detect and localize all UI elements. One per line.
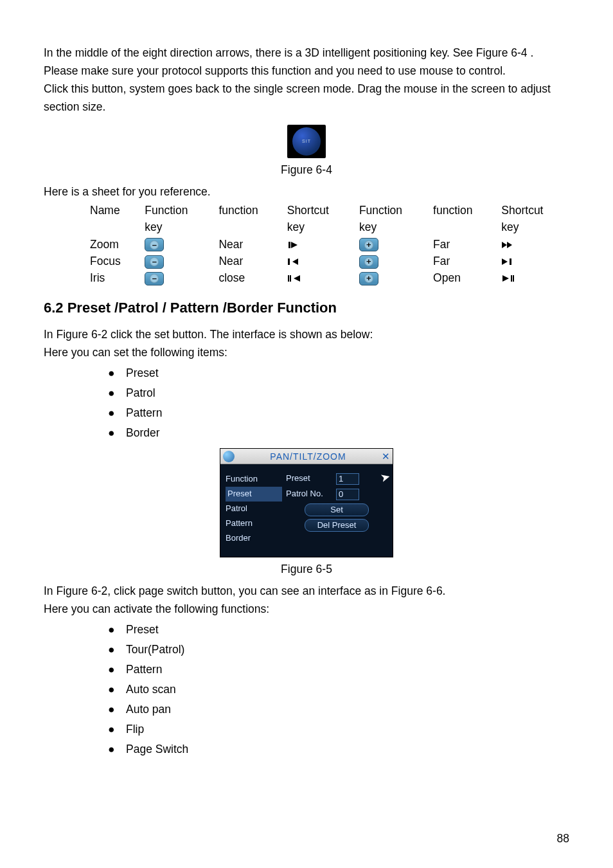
list-item: Auto pan bbox=[108, 700, 569, 718]
col-header: Shortcut key bbox=[285, 202, 357, 236]
iris-close-icon bbox=[287, 271, 303, 284]
table-row: Zoom Near Far bbox=[87, 236, 571, 253]
svg-marker-3 bbox=[507, 242, 512, 248]
ptz-dialog: PAN/TILT/ZOOM ✕ Function Preset Patrol P… bbox=[220, 448, 393, 557]
svg-marker-5 bbox=[292, 258, 298, 265]
svg-rect-7 bbox=[510, 258, 511, 265]
figure-caption-6-5: Figure 6-5 bbox=[44, 560, 569, 578]
list-item: Border bbox=[108, 424, 569, 442]
bullet-list: Preset Tour(Patrol) Pattern Auto scan Au… bbox=[108, 620, 569, 758]
preset-input[interactable] bbox=[336, 473, 359, 485]
paragraph: Here you can set the following items: bbox=[44, 343, 569, 361]
svg-rect-12 bbox=[511, 275, 512, 282]
intro-paragraph: In the middle of the eight direction arr… bbox=[44, 44, 569, 80]
svg-rect-13 bbox=[513, 275, 514, 282]
function-item-border[interactable]: Border bbox=[226, 531, 282, 546]
list-item: Preset bbox=[108, 620, 569, 638]
ptz-function-list: Function Preset Patrol Pattern Border bbox=[226, 472, 282, 545]
row-fn2: Far bbox=[431, 236, 499, 253]
function-item-preset[interactable]: Preset bbox=[226, 487, 282, 502]
plus-icon[interactable] bbox=[359, 272, 378, 285]
function-item-patrol[interactable]: Patrol bbox=[226, 502, 282, 516]
zoom-near-icon bbox=[287, 238, 299, 251]
row-fn1: Near bbox=[216, 253, 284, 269]
sit-label: SIT bbox=[292, 127, 321, 156]
row-name: Iris bbox=[87, 269, 142, 286]
section-title-6-2: 6.2 Preset /Patrol / Pattern /Border Fun… bbox=[44, 296, 569, 319]
del-preset-button[interactable]: Del Preset bbox=[305, 519, 369, 532]
list-item: Flip bbox=[108, 720, 569, 738]
function-heading: Function bbox=[226, 472, 282, 487]
paragraph: In Figure 6-2 click the set button. The … bbox=[44, 325, 569, 343]
ptz-logo-icon bbox=[223, 451, 235, 462]
plus-icon[interactable] bbox=[359, 255, 378, 269]
svg-rect-4 bbox=[288, 258, 290, 265]
patrol-no-input[interactable] bbox=[336, 489, 359, 500]
zoom-far-icon bbox=[501, 238, 514, 251]
page-number: 88 bbox=[557, 829, 569, 847]
row-fn1: close bbox=[216, 269, 284, 286]
list-item: Tour(Patrol) bbox=[108, 640, 569, 658]
minus-icon[interactable] bbox=[145, 238, 164, 251]
col-header: Function key bbox=[357, 202, 431, 236]
svg-marker-1 bbox=[291, 242, 298, 248]
sheet-reference-text: Here is a sheet for you reference. bbox=[44, 183, 569, 201]
minus-icon[interactable] bbox=[145, 272, 164, 285]
bullet-list: Preset Patrol Pattern Border bbox=[108, 364, 569, 442]
col-header: Function key bbox=[142, 202, 216, 236]
list-item: Patrol bbox=[108, 384, 569, 402]
table-row: Focus Near Far bbox=[87, 253, 571, 269]
figure-caption-6-4: Figure 6-4 bbox=[44, 161, 569, 179]
col-header: Shortcut key bbox=[499, 202, 571, 236]
svg-rect-0 bbox=[289, 242, 290, 248]
svg-rect-9 bbox=[290, 275, 291, 282]
row-name: Zoom bbox=[87, 236, 142, 253]
col-header: function bbox=[431, 202, 499, 236]
minus-icon[interactable] bbox=[145, 255, 164, 269]
col-header: Name bbox=[87, 202, 142, 236]
table-row: Iris close Open bbox=[87, 269, 571, 286]
reference-table: Name Function key function Shortcut key … bbox=[87, 202, 571, 286]
focus-far-icon bbox=[501, 255, 514, 267]
col-header: function bbox=[216, 202, 284, 236]
iris-open-icon bbox=[501, 271, 517, 284]
preset-label: Preset bbox=[286, 472, 336, 485]
row-name: Focus bbox=[87, 253, 142, 269]
set-button[interactable]: Set bbox=[305, 503, 369, 516]
paragraph: In Figure 6-2, click page switch button,… bbox=[44, 582, 569, 600]
function-item-pattern[interactable]: Pattern bbox=[226, 516, 282, 531]
focus-near-icon bbox=[287, 255, 300, 267]
ptz-window-title: PAN/TILT/ZOOM bbox=[235, 449, 382, 464]
svg-marker-6 bbox=[502, 258, 508, 265]
sit-button[interactable]: SIT bbox=[287, 125, 326, 158]
plus-icon[interactable] bbox=[359, 238, 378, 251]
ptz-titlebar[interactable]: PAN/TILT/ZOOM ✕ bbox=[220, 449, 393, 464]
list-item: Pattern bbox=[108, 404, 569, 422]
list-item: Auto scan bbox=[108, 680, 569, 698]
close-icon[interactable]: ✕ bbox=[382, 449, 390, 464]
svg-rect-8 bbox=[288, 275, 289, 282]
patrol-no-label: Patrol No. bbox=[286, 487, 336, 501]
svg-marker-2 bbox=[502, 242, 507, 248]
intro-paragraph: Click this button, system goes back to t… bbox=[44, 80, 569, 116]
svg-marker-10 bbox=[294, 275, 300, 282]
paragraph: Here you can activate the following func… bbox=[44, 600, 569, 618]
list-item: Pattern bbox=[108, 660, 569, 678]
list-item: Preset bbox=[108, 364, 569, 382]
row-fn2: Open bbox=[431, 269, 499, 286]
list-item: Page Switch bbox=[108, 740, 569, 758]
svg-marker-11 bbox=[502, 275, 509, 282]
row-fn1: Near bbox=[216, 236, 284, 253]
row-fn2: Far bbox=[431, 253, 499, 269]
